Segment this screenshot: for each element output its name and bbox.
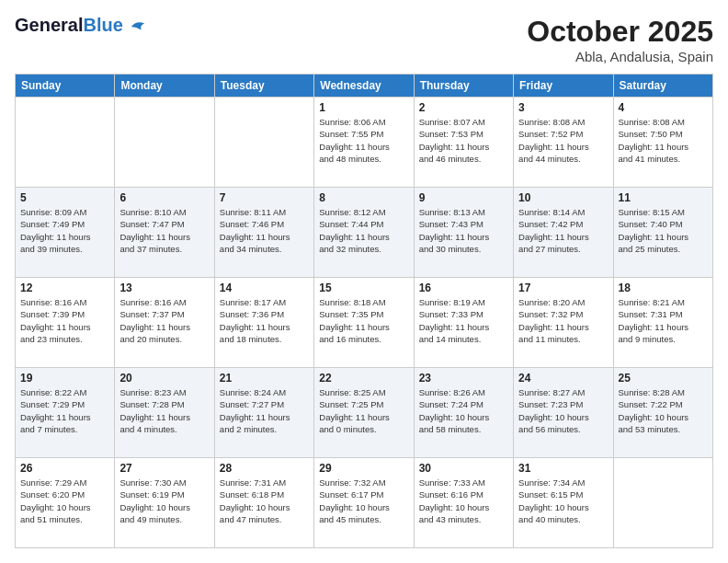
day-number: 23 bbox=[419, 372, 508, 385]
day-detail: Sunrise: 8:23 AM Sunset: 7:28 PM Dayligh… bbox=[119, 386, 209, 435]
calendar-cell bbox=[16, 98, 115, 188]
calendar-cell: 18Sunrise: 8:21 AM Sunset: 7:31 PM Dayli… bbox=[613, 278, 712, 368]
day-detail: Sunrise: 8:19 AM Sunset: 7:33 PM Dayligh… bbox=[419, 296, 508, 345]
day-number: 15 bbox=[319, 282, 408, 294]
logo-bird-icon bbox=[130, 18, 146, 35]
day-number: 17 bbox=[518, 282, 608, 294]
logo-text: GeneralBlue bbox=[15, 15, 146, 35]
calendar-cell bbox=[115, 98, 214, 188]
day-detail: Sunrise: 8:18 AM Sunset: 7:35 PM Dayligh… bbox=[319, 296, 408, 345]
day-number: 10 bbox=[518, 191, 608, 204]
day-number: 31 bbox=[518, 462, 608, 475]
month-title: October 2025 bbox=[527, 15, 713, 49]
day-detail: Sunrise: 7:31 AM Sunset: 6:18 PM Dayligh… bbox=[220, 477, 309, 525]
day-number: 19 bbox=[20, 372, 109, 385]
day-detail: Sunrise: 8:26 AM Sunset: 7:24 PM Dayligh… bbox=[419, 386, 508, 435]
day-number: 27 bbox=[119, 462, 209, 475]
calendar-cell: 9Sunrise: 8:13 AM Sunset: 7:43 PM Daylig… bbox=[414, 188, 513, 278]
calendar-cell: 15Sunrise: 8:18 AM Sunset: 7:35 PM Dayli… bbox=[314, 278, 414, 368]
day-number: 1 bbox=[319, 101, 408, 114]
day-detail: Sunrise: 8:25 AM Sunset: 7:25 PM Dayligh… bbox=[319, 386, 408, 435]
day-detail: Sunrise: 7:32 AM Sunset: 6:17 PM Dayligh… bbox=[319, 477, 408, 525]
day-detail: Sunrise: 8:08 AM Sunset: 7:52 PM Dayligh… bbox=[518, 116, 608, 165]
calendar-cell: 13Sunrise: 8:16 AM Sunset: 7:37 PM Dayli… bbox=[115, 278, 214, 368]
calendar-cell: 17Sunrise: 8:20 AM Sunset: 7:32 PM Dayli… bbox=[514, 278, 613, 368]
day-detail: Sunrise: 8:08 AM Sunset: 7:50 PM Dayligh… bbox=[619, 116, 708, 165]
calendar-cell: 23Sunrise: 8:26 AM Sunset: 7:24 PM Dayli… bbox=[414, 368, 513, 458]
day-detail: Sunrise: 8:27 AM Sunset: 7:23 PM Dayligh… bbox=[518, 386, 608, 435]
day-detail: Sunrise: 8:21 AM Sunset: 7:31 PM Dayligh… bbox=[619, 296, 708, 345]
day-number: 2 bbox=[419, 101, 508, 114]
calendar-week-row: 19Sunrise: 8:22 AM Sunset: 7:29 PM Dayli… bbox=[16, 368, 713, 458]
day-detail: Sunrise: 8:07 AM Sunset: 7:53 PM Dayligh… bbox=[419, 116, 508, 165]
day-number: 25 bbox=[619, 372, 708, 385]
day-number: 7 bbox=[220, 191, 309, 204]
day-detail: Sunrise: 7:30 AM Sunset: 6:19 PM Dayligh… bbox=[119, 477, 209, 525]
calendar-cell: 20Sunrise: 8:23 AM Sunset: 7:28 PM Dayli… bbox=[115, 368, 214, 458]
day-number: 5 bbox=[20, 191, 109, 204]
day-number: 16 bbox=[419, 282, 508, 294]
calendar-cell: 16Sunrise: 8:19 AM Sunset: 7:33 PM Dayli… bbox=[414, 278, 513, 368]
calendar-cell: 12Sunrise: 8:16 AM Sunset: 7:39 PM Dayli… bbox=[16, 278, 115, 368]
day-number: 24 bbox=[518, 372, 608, 385]
calendar-header-row: SundayMondayTuesdayWednesdayThursdayFrid… bbox=[16, 75, 713, 98]
calendar-week-row: 12Sunrise: 8:16 AM Sunset: 7:39 PM Dayli… bbox=[16, 278, 713, 368]
calendar-cell: 26Sunrise: 7:29 AM Sunset: 6:20 PM Dayli… bbox=[16, 458, 115, 548]
calendar-table: SundayMondayTuesdayWednesdayThursdayFrid… bbox=[15, 74, 713, 548]
calendar-cell bbox=[214, 98, 313, 188]
day-detail: Sunrise: 8:11 AM Sunset: 7:46 PM Dayligh… bbox=[220, 206, 309, 255]
day-number: 4 bbox=[619, 101, 708, 114]
day-detail: Sunrise: 8:28 AM Sunset: 7:22 PM Dayligh… bbox=[619, 386, 708, 435]
location: Abla, Andalusia, Spain bbox=[527, 49, 713, 64]
calendar-cell: 28Sunrise: 7:31 AM Sunset: 6:18 PM Dayli… bbox=[214, 458, 313, 548]
weekday-header-friday: Friday bbox=[514, 75, 613, 98]
calendar-cell: 14Sunrise: 8:17 AM Sunset: 7:36 PM Dayli… bbox=[214, 278, 313, 368]
title-block: October 2025 Abla, Andalusia, Spain bbox=[527, 15, 713, 64]
day-detail: Sunrise: 8:12 AM Sunset: 7:44 PM Dayligh… bbox=[319, 206, 408, 255]
day-number: 3 bbox=[518, 101, 608, 114]
day-detail: Sunrise: 8:20 AM Sunset: 7:32 PM Dayligh… bbox=[518, 296, 608, 345]
day-number: 8 bbox=[319, 191, 408, 204]
day-detail: Sunrise: 7:34 AM Sunset: 6:15 PM Dayligh… bbox=[518, 477, 608, 525]
calendar-week-row: 1Sunrise: 8:06 AM Sunset: 7:55 PM Daylig… bbox=[16, 98, 713, 188]
day-number: 26 bbox=[20, 462, 109, 475]
day-detail: Sunrise: 8:17 AM Sunset: 7:36 PM Dayligh… bbox=[220, 296, 309, 345]
day-detail: Sunrise: 8:16 AM Sunset: 7:39 PM Dayligh… bbox=[20, 296, 109, 345]
day-number: 13 bbox=[119, 282, 209, 294]
day-number: 20 bbox=[119, 372, 209, 385]
calendar-cell: 4Sunrise: 8:08 AM Sunset: 7:50 PM Daylig… bbox=[613, 98, 712, 188]
weekday-header-sunday: Sunday bbox=[16, 75, 115, 98]
weekday-header-monday: Monday bbox=[115, 75, 214, 98]
day-detail: Sunrise: 8:22 AM Sunset: 7:29 PM Dayligh… bbox=[20, 386, 109, 435]
page: GeneralBlue October 2025 Abla, Andalusia… bbox=[0, 0, 728, 563]
day-detail: Sunrise: 7:33 AM Sunset: 6:16 PM Dayligh… bbox=[419, 477, 508, 525]
day-number: 6 bbox=[119, 191, 209, 204]
day-detail: Sunrise: 8:16 AM Sunset: 7:37 PM Dayligh… bbox=[119, 296, 209, 345]
day-detail: Sunrise: 8:15 AM Sunset: 7:40 PM Dayligh… bbox=[619, 206, 708, 255]
logo: GeneralBlue bbox=[15, 15, 146, 35]
calendar-cell: 6Sunrise: 8:10 AM Sunset: 7:47 PM Daylig… bbox=[115, 188, 214, 278]
day-detail: Sunrise: 8:06 AM Sunset: 7:55 PM Dayligh… bbox=[319, 116, 408, 165]
calendar-cell: 31Sunrise: 7:34 AM Sunset: 6:15 PM Dayli… bbox=[514, 458, 613, 548]
day-detail: Sunrise: 8:13 AM Sunset: 7:43 PM Dayligh… bbox=[419, 206, 508, 255]
weekday-header-saturday: Saturday bbox=[613, 75, 712, 98]
day-detail: Sunrise: 8:24 AM Sunset: 7:27 PM Dayligh… bbox=[220, 386, 309, 435]
day-number: 28 bbox=[220, 462, 309, 475]
calendar-cell: 19Sunrise: 8:22 AM Sunset: 7:29 PM Dayli… bbox=[16, 368, 115, 458]
day-detail: Sunrise: 8:09 AM Sunset: 7:49 PM Dayligh… bbox=[20, 206, 109, 255]
calendar-cell: 24Sunrise: 8:27 AM Sunset: 7:23 PM Dayli… bbox=[514, 368, 613, 458]
calendar-week-row: 26Sunrise: 7:29 AM Sunset: 6:20 PM Dayli… bbox=[16, 458, 713, 548]
day-number: 18 bbox=[619, 282, 708, 294]
calendar-cell: 3Sunrise: 8:08 AM Sunset: 7:52 PM Daylig… bbox=[514, 98, 613, 188]
calendar-cell: 30Sunrise: 7:33 AM Sunset: 6:16 PM Dayli… bbox=[414, 458, 513, 548]
calendar-cell: 7Sunrise: 8:11 AM Sunset: 7:46 PM Daylig… bbox=[214, 188, 313, 278]
calendar-cell: 29Sunrise: 7:32 AM Sunset: 6:17 PM Dayli… bbox=[314, 458, 414, 548]
calendar-cell bbox=[613, 458, 712, 548]
weekday-header-thursday: Thursday bbox=[414, 75, 513, 98]
calendar-cell: 21Sunrise: 8:24 AM Sunset: 7:27 PM Dayli… bbox=[214, 368, 313, 458]
day-number: 29 bbox=[319, 462, 408, 475]
calendar-cell: 27Sunrise: 7:30 AM Sunset: 6:19 PM Dayli… bbox=[115, 458, 214, 548]
day-number: 11 bbox=[619, 191, 708, 204]
day-detail: Sunrise: 8:10 AM Sunset: 7:47 PM Dayligh… bbox=[119, 206, 209, 255]
calendar-cell: 11Sunrise: 8:15 AM Sunset: 7:40 PM Dayli… bbox=[613, 188, 712, 278]
